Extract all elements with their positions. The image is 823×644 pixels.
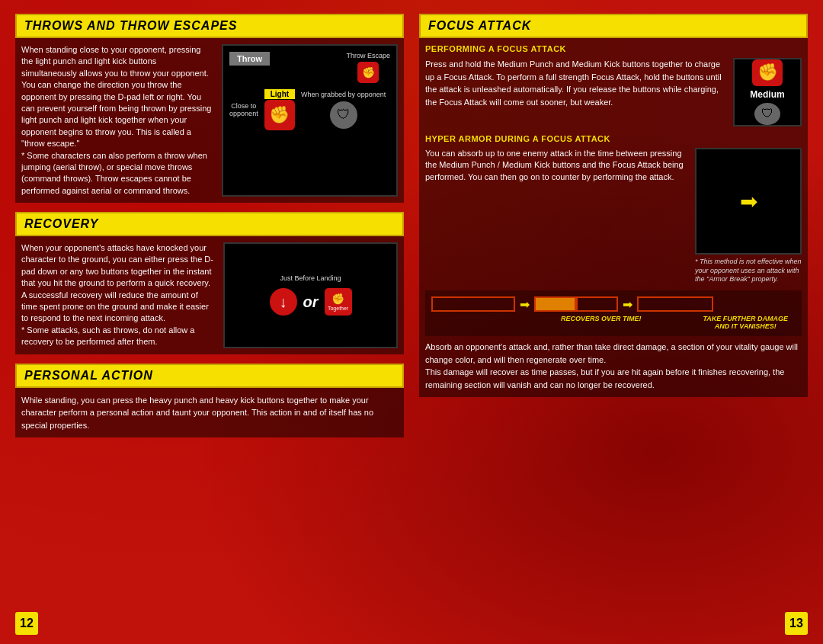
gauge-label-1: Recovers over time!	[561, 315, 642, 322]
medium-punch-icon: ✊	[752, 59, 783, 86]
gauge-arrow-1: ➡	[520, 297, 530, 312]
medium-kick-icon: 🛡	[754, 103, 780, 125]
when-grabbed-label: When grabbed by opponent	[301, 91, 386, 100]
arrow-right-icon: ➡	[740, 189, 757, 214]
gauge-area: ➡ ➡ Recovers over time!	[425, 290, 802, 336]
gauge-captions: Recovers over time! Take further damage …	[431, 315, 796, 330]
light-label-badge: Light	[264, 89, 295, 99]
personal-section: Personal Action While standing, you can …	[15, 364, 404, 438]
recovery-header: Recovery	[15, 212, 404, 236]
performing-text: Press and hold the Medium Punch and Medi…	[425, 58, 725, 108]
recovery-diagram: Just Before Landing ↓ or ✊ Together	[223, 242, 398, 348]
hyper-title: Hyper Armor During a Focus Attack	[425, 134, 802, 143]
performing-subsection: Performing a Focus Attack Press and hold…	[425, 44, 802, 127]
hyper-content: You can absorb up to one enemy attack in…	[425, 148, 802, 284]
throw-top-row: Throw Throw Escape ✊	[229, 52, 390, 83]
right-column: Focus Attack Performing a Focus Attack P…	[419, 14, 808, 630]
throws-header: Throws and Throw Escapes	[15, 14, 404, 38]
recovery-section: Recovery When your opponent's attacks ha…	[15, 212, 404, 354]
fist-icon-throw: ✊	[264, 100, 295, 130]
gauge-bar-empty	[576, 296, 618, 312]
throws-section: Throws and Throw Escapes When standing c…	[15, 14, 404, 203]
fist-icon-grabbed: 🛡	[330, 101, 357, 129]
gauge-bar-full	[431, 296, 515, 312]
throw-escape-label: Throw Escape	[346, 52, 390, 60]
throws-body-text: When standing close to your opponent, pr…	[21, 44, 214, 197]
hyper-subsection: Hyper Armor During a Focus Attack You ca…	[425, 134, 802, 284]
fist-icon-throw-escape: ✊	[357, 62, 379, 83]
gauge-bar-damaged	[637, 296, 713, 312]
throw-label: Throw	[229, 52, 270, 66]
gauge-arrow-2: ➡	[623, 297, 632, 312]
together-button: ✊ Together	[325, 288, 352, 316]
personal-body-text: While standing, you can press the heavy …	[21, 394, 398, 432]
focus-medium-diagram: ✊ Medium 🛡	[733, 58, 802, 127]
hyper-diagram: ➡	[695, 148, 802, 255]
gauge-bar-partial	[534, 296, 576, 312]
performing-title: Performing a Focus Attack	[425, 44, 802, 53]
focus-section: Focus Attack Performing a Focus Attack P…	[419, 14, 808, 397]
dpad-down-icon: ↓	[270, 288, 297, 316]
absorb-text: Absorb an opponent's attack and, rather …	[425, 341, 802, 391]
recovery-body-text: When your opponent's attacks have knocke…	[21, 242, 216, 348]
just-before-label: Just Before Landing	[280, 274, 341, 284]
gauge-label-2: Take further damage and it vanishes!	[696, 315, 796, 330]
close-to-label: Close to opponent	[229, 102, 258, 117]
left-column: Throws and Throw Escapes When standing c…	[15, 14, 404, 630]
gauge-bars: ➡ ➡	[431, 296, 796, 312]
focus-header: Focus Attack	[419, 14, 808, 38]
or-label: or	[303, 293, 319, 311]
hyper-note: * This method is not effective when your…	[695, 258, 802, 284]
recovery-buttons-row: ↓ or ✊ Together	[270, 288, 352, 316]
hyper-text: You can absorb up to one enemy attack in…	[425, 148, 687, 284]
medium-label: Medium	[750, 89, 784, 100]
personal-header: Personal Action	[15, 364, 404, 388]
throws-diagram: Throw Throw Escape ✊ Close to opponent	[222, 44, 398, 197]
